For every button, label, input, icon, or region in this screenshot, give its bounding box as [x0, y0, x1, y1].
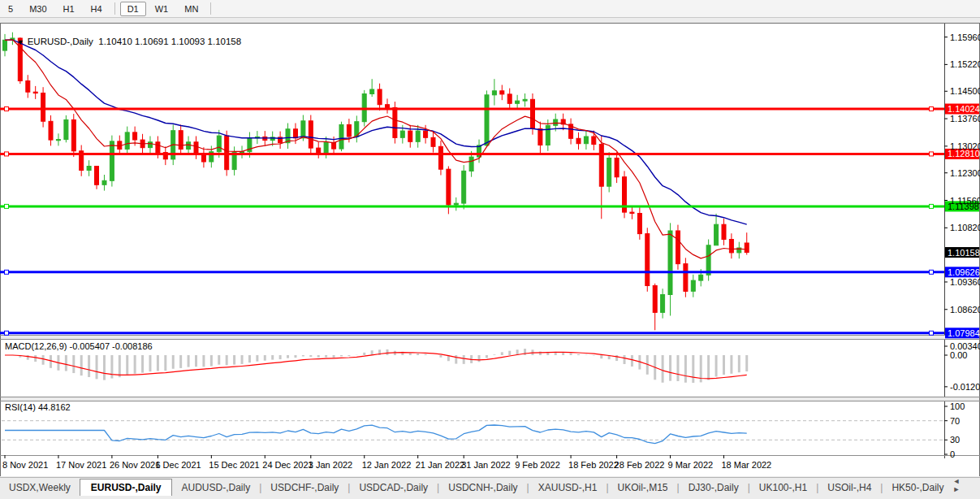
hline-anchor[interactable]	[930, 152, 934, 156]
rsi-tick: 30	[950, 435, 960, 445]
chart-canvas: 1.140241.128101.113981.096261.079841.101…	[0, 23, 980, 476]
toolbar-separator	[114, 2, 115, 15]
rsi-tick: 100	[950, 401, 965, 411]
rsi-tick: 0	[950, 449, 955, 459]
chart-window: 1.140241.128101.113981.096261.079841.101…	[0, 23, 980, 476]
date-tick: 15 Dec 2021	[209, 460, 259, 470]
chart-tab-bar: USDX,WeeklyEURUSD-,DailyAUDUSD-,Daily|US…	[0, 477, 980, 497]
hline-anchor[interactable]	[5, 204, 9, 208]
chart-tab-usdx-weekly[interactable]: USDX,Weekly	[0, 479, 80, 497]
chart-tab-usdchf-daily[interactable]: USDCHF-,Daily	[261, 479, 348, 497]
macd-indicator-label: MACD(12,26,9) -0.005407 -0.008186	[5, 341, 153, 351]
timeframe-button-w1[interactable]: W1	[148, 2, 176, 16]
chart-tab-hk50-daily[interactable]: HK50-,Daily	[883, 479, 952, 497]
mt4-window: 5M30H1H4D1W1MN 1.140241.128101.113981.09…	[0, 0, 980, 499]
window-bottom-edge	[0, 496, 980, 499]
price-tick: 1.13020	[950, 141, 980, 151]
price-tick: 1.14500	[950, 86, 980, 96]
timeframe-button-m30[interactable]: M30	[22, 2, 54, 16]
svg-text:1.10158: 1.10158	[948, 248, 980, 258]
chart-tab-xauusd-h1[interactable]: XAUUSD-,H1	[529, 479, 607, 497]
timeframe-button-5[interactable]: 5	[1, 2, 20, 16]
chart-tab-ukoil-m15[interactable]: UKOil-,M15	[609, 479, 677, 497]
date-tick: 18 Feb 2022	[568, 460, 619, 470]
date-tick: 24 Dec 2021	[262, 460, 313, 470]
price-tick: 1.08620	[950, 305, 980, 315]
chart-tab-audusd-daily[interactable]: AUDUSD-,Daily	[172, 479, 259, 497]
macd-tick: 0.00	[950, 350, 967, 360]
date-tick: 28 Feb 2022	[615, 460, 665, 470]
chart-tab-usdcnh-daily[interactable]: USDCNH-,Daily	[439, 479, 526, 497]
hline-anchor[interactable]	[930, 107, 934, 111]
svg-text:1.07984: 1.07984	[948, 328, 980, 338]
date-tick: 6 Dec 2021	[155, 460, 201, 470]
chart-tab-uk100-h1[interactable]: UK100-,H1	[750, 479, 816, 497]
date-tick: 9 Mar 2022	[668, 460, 714, 470]
date-tick: 3 Jan 2022	[309, 460, 352, 470]
svg-text:1.14024: 1.14024	[948, 104, 980, 114]
price-tick: 1.11560	[950, 196, 980, 206]
hline-anchor[interactable]	[5, 331, 9, 335]
hline-anchor[interactable]	[930, 204, 934, 208]
rsi-tick: 70	[950, 416, 960, 426]
chart-tab-eurusd-daily[interactable]: EURUSD-,Daily	[80, 479, 173, 497]
price-tick: 1.15960	[950, 33, 980, 42]
timeframe-button-h4[interactable]: H4	[84, 2, 110, 16]
tab-scroll-arrows[interactable]: ◄ ►	[952, 477, 980, 497]
chart-tab-usdcad-daily[interactable]: USDCAD-,Daily	[350, 479, 437, 497]
svg-text:1.09626: 1.09626	[948, 267, 980, 277]
rsi-indicator-label: RSI(14) 44.8162	[5, 402, 71, 412]
hline-anchor[interactable]	[5, 270, 9, 274]
date-tick: 31 Jan 2022	[461, 460, 511, 470]
chart-symbol-label: EURUSD-,Daily	[28, 37, 93, 46]
chart-tab-dj30-daily[interactable]: DJ30-,Daily	[680, 479, 748, 497]
price-tick: 1.12300	[950, 168, 980, 178]
chart-tab-usoil-h4[interactable]: USOil-,H4	[818, 479, 880, 497]
toolbar-separator	[210, 2, 211, 15]
price-tick: 1.10820	[950, 223, 980, 232]
hline-anchor[interactable]	[5, 152, 9, 156]
date-tick: 12 Jan 2022	[362, 460, 412, 470]
timeframe-button-mn[interactable]: MN	[177, 2, 205, 16]
price-tick: 1.09360	[950, 277, 980, 287]
chart-title: ▼EURUSD-,Daily 1.10410 1.10691 1.10093 1…	[6, 27, 241, 56]
date-tick: 26 Nov 2021	[110, 460, 160, 470]
timeframe-button-d1[interactable]: D1	[120, 2, 146, 16]
chart-ohlc-values: 1.10410 1.10691 1.10093 1.10158	[98, 37, 241, 46]
macd-tick: -0.01205	[950, 382, 980, 392]
hline-anchor[interactable]	[5, 107, 9, 111]
date-tick: 21 Jan 2022	[416, 460, 465, 470]
chart-dropdown-icon[interactable]: ▼	[17, 38, 24, 46]
date-tick: 17 Nov 2021	[56, 460, 106, 470]
date-tick: 9 Feb 2022	[515, 460, 560, 470]
price-tick: 1.15220	[950, 59, 980, 69]
timeframe-button-h1[interactable]: H1	[56, 2, 82, 16]
price-tick: 1.13760	[950, 114, 980, 124]
date-tick: 18 Mar 2022	[721, 460, 771, 470]
date-tick: 8 Nov 2021	[2, 460, 48, 470]
timeframe-toolbar: 5M30H1H4D1W1MN	[0, 0, 980, 18]
hline-anchor[interactable]	[930, 331, 934, 335]
hline-anchor[interactable]	[930, 270, 934, 274]
